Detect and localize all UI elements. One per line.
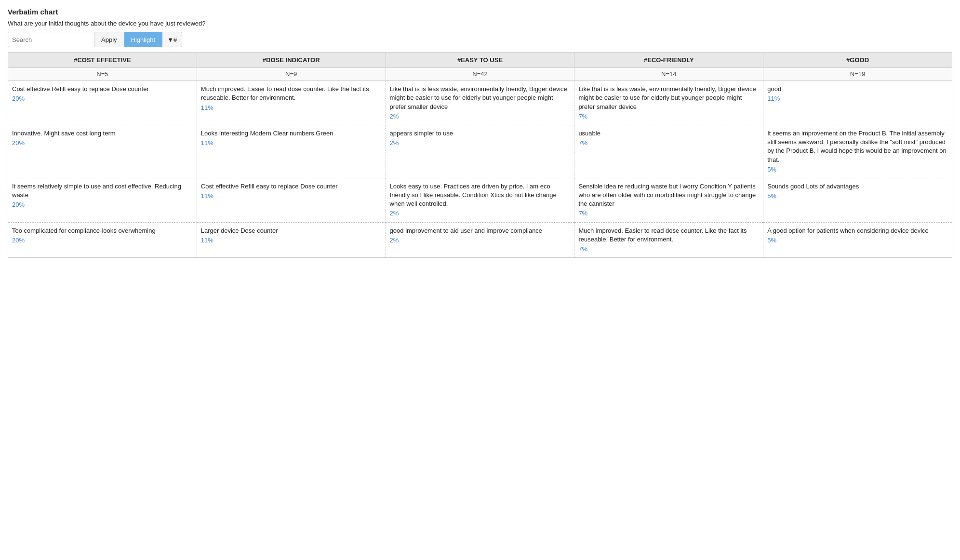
subtitle: What are your initial thoughts about the…: [8, 20, 952, 27]
cell-text: Cost effective Refill easy to replace Do…: [201, 182, 382, 191]
cell-pct: 20%: [12, 200, 193, 209]
cell-2-4: Sounds good Lots of advantages5%: [763, 178, 952, 222]
column-header-dose_indicator: #DOSE INDICATOR: [197, 53, 386, 68]
cell-1-3: usuable7%: [574, 125, 763, 178]
search-input[interactable]: [12, 36, 93, 43]
toolbar: × Apply Highlight ▼#: [8, 32, 952, 47]
cell-0-4: good11%: [763, 81, 952, 125]
table-row: Too complicated for compliance-looks ove…: [8, 222, 952, 258]
cell-pct: 11%: [201, 236, 382, 245]
cell-2-1: Cost effective Refill easy to replace Do…: [197, 178, 386, 222]
cell-2-0: It seems relatively simple to use and co…: [8, 178, 197, 222]
cell-pct: 11%: [767, 94, 948, 103]
cell-3-1: Larger device Dose counter11%: [197, 222, 386, 258]
cell-1-0: Innovative. Might save cost long term20%: [8, 125, 197, 178]
cell-text: Sensible idea re reducing waste but i wo…: [578, 182, 759, 209]
cell-2-3: Sensible idea re reducing waste but i wo…: [574, 178, 763, 222]
cell-pct: 11%: [201, 104, 382, 112]
cell-text: A good option for patients when consider…: [767, 227, 948, 235]
n-value-dose_indicator: N=9: [197, 68, 386, 81]
cell-pct: 7%: [578, 245, 759, 253]
cell-0-2: Like that is is less waste, environmenta…: [386, 81, 574, 125]
cell-text: Larger device Dose counter: [201, 227, 382, 235]
filter-button[interactable]: ▼#: [162, 32, 182, 47]
cell-pct: 11%: [201, 192, 382, 200]
apply-button[interactable]: Apply: [94, 32, 124, 47]
cell-pct: 2%: [390, 209, 571, 218]
cell-pct: 2%: [390, 139, 571, 147]
cell-0-1: Much improved. Easier to read dose count…: [197, 81, 386, 125]
cell-text: Innovative. Might save cost long term: [12, 129, 193, 138]
column-header-eco_friendly: #ECO-FRIENDLY: [574, 53, 763, 68]
cell-text: Like that is is less waste, environmenta…: [390, 85, 571, 111]
cell-text: Like that is is less waste, environmenta…: [578, 85, 759, 111]
cell-pct: 20%: [12, 139, 193, 147]
cell-text: Cost effective Refill easy to replace Do…: [12, 85, 193, 93]
cell-pct: 2%: [390, 112, 571, 121]
cell-1-4: It seems an improvement on the Product B…: [763, 125, 952, 178]
highlight-button[interactable]: Highlight: [124, 32, 163, 47]
cell-0-0: Cost effective Refill easy to replace Do…: [8, 81, 197, 125]
cell-3-2: good improvement to aid user and improve…: [386, 222, 574, 258]
cell-text: good improvement to aid user and improve…: [390, 227, 571, 235]
table-row: It seems relatively simple to use and co…: [8, 178, 952, 222]
cell-text: It seems relatively simple to use and co…: [12, 182, 193, 200]
n-value-eco_friendly: N=14: [574, 68, 763, 81]
cell-1-2: appears simpler to use2%: [386, 125, 574, 178]
verbatim-table: #COST EFFECTIVE#DOSE INDICATOR#EASY TO U…: [8, 52, 952, 258]
column-header-good: #GOOD: [763, 53, 952, 68]
n-value-easy_to_use: N=42: [386, 68, 574, 81]
cell-text: appears simpler to use: [390, 129, 571, 138]
cell-text: It seems an improvement on the Product B…: [767, 129, 948, 164]
cell-pct: 20%: [12, 94, 193, 103]
cell-text: Sounds good Lots of advantages: [767, 182, 948, 191]
cell-text: Much improved. Easier to read dose count…: [578, 227, 759, 244]
n-value-cost_effective: N=5: [8, 68, 197, 81]
table-row: Cost effective Refill easy to replace Do…: [8, 81, 952, 125]
cell-text: good: [767, 85, 948, 93]
cell-pct: 7%: [578, 209, 759, 218]
cell-text: usuable: [578, 129, 759, 138]
cell-3-4: A good option for patients when consider…: [763, 222, 952, 258]
cell-text: Much improved. Easier to read dose count…: [201, 85, 382, 102]
cell-text: Looks easy to use. Practices are driven …: [390, 182, 571, 209]
cell-0-3: Like that is is less waste, environmenta…: [574, 81, 763, 125]
cell-pct: 2%: [390, 236, 571, 245]
n-value-good: N=19: [763, 68, 952, 81]
cell-pct: 5%: [767, 192, 948, 200]
cell-pct: 11%: [201, 139, 382, 147]
cell-3-0: Too complicated for compliance-looks ove…: [8, 222, 197, 258]
cell-1-1: Looks interesting Modern Clear numbers G…: [197, 125, 386, 178]
table-row: Innovative. Might save cost long term20%…: [8, 125, 952, 178]
cell-2-2: Looks easy to use. Practices are driven …: [386, 178, 574, 222]
cell-pct: 5%: [767, 165, 948, 174]
column-header-cost_effective: #COST EFFECTIVE: [8, 53, 197, 68]
cell-pct: 20%: [12, 236, 193, 245]
cell-3-3: Much improved. Easier to read dose count…: [574, 222, 763, 258]
search-wrapper: ×: [8, 32, 94, 47]
cell-pct: 7%: [578, 139, 759, 147]
cell-text: Too complicated for compliance-looks ove…: [12, 227, 193, 235]
cell-text: Looks interesting Modern Clear numbers G…: [201, 129, 382, 138]
column-header-easy_to_use: #EASY TO USE: [386, 53, 574, 68]
page-title: Verbatim chart: [8, 8, 952, 16]
cell-pct: 7%: [578, 112, 759, 121]
cell-pct: 5%: [767, 236, 948, 245]
